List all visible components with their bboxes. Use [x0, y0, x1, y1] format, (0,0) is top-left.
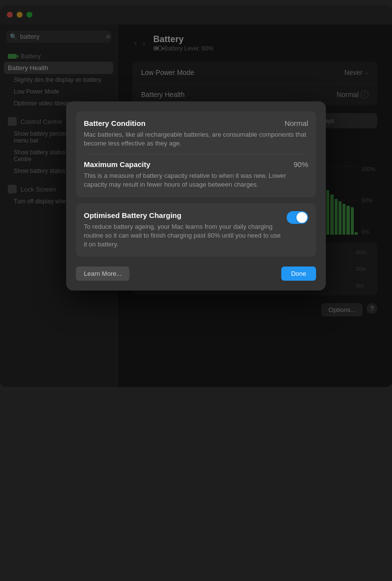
optimised-charging-toggle[interactable]	[287, 211, 308, 224]
optimised-charging-desc: To reduce battery ageing, your Mac learn…	[84, 222, 281, 249]
battery-health-modal: Battery Condition Normal Mac batteries, …	[66, 101, 326, 290]
battery-condition-label: Battery Condition	[84, 119, 146, 127]
modal-capacity-header: Maximum Capacity 90%	[84, 160, 308, 169]
max-capacity-label: Maximum Capacity	[84, 160, 150, 169]
modal-condition-section: Battery Condition Normal Mac batteries, …	[76, 111, 316, 197]
modal-charging-text: Optimised Battery Charging To reduce bat…	[84, 211, 281, 249]
modal-footer: Learn More... Done	[76, 266, 316, 281]
modal-condition-header: Battery Condition Normal	[84, 119, 308, 127]
battery-condition-desc: Mac batteries, like all rechargeable bat…	[84, 130, 308, 148]
max-capacity-desc: This is a measure of battery capacity re…	[84, 171, 308, 189]
modal-charging-section: Optimised Battery Charging To reduce bat…	[76, 203, 316, 257]
learn-more-button[interactable]: Learn More...	[76, 266, 129, 281]
main-window: 🔍 ✕ Battery Battery Health Slightly dim …	[0, 5, 392, 387]
done-button[interactable]: Done	[281, 266, 316, 281]
battery-condition-value: Normal	[285, 119, 308, 127]
optimised-charging-label: Optimised Battery Charging	[84, 211, 281, 219]
toggle-knob	[296, 212, 307, 223]
modal-divider	[84, 154, 308, 154]
modal-overlay: Battery Condition Normal Mac batteries, …	[0, 5, 392, 387]
max-capacity-value: 90%	[294, 160, 308, 169]
